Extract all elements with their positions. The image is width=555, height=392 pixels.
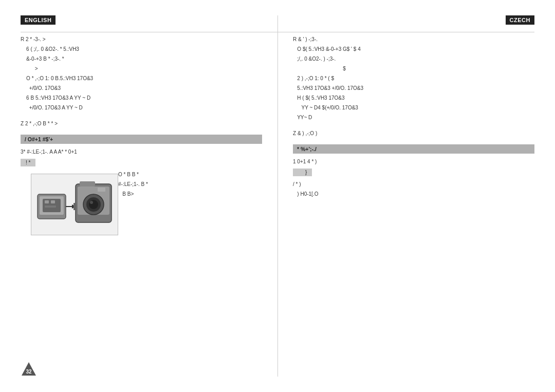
svg-point-12 — [89, 200, 98, 209]
right-line-7: H ( $( 5.:VH3 17O&3 — [293, 94, 534, 102]
page-triangle-svg: 32 — [21, 361, 37, 378]
right-column: R & ' ) -;3-. O $( 5.:VH3 &-0-+3 G$ ' $ … — [278, 35, 534, 392]
left-line-8: +/0/O. 17O&3 A YY ~ D — [21, 104, 262, 111]
right-line-4: $ — [293, 65, 534, 72]
left-line-2: 6 ( ;/,. 0 &O2-. * 5.:VH3 — [21, 45, 262, 53]
svg-rect-3 — [45, 200, 49, 203]
svg-text:32: 32 — [26, 369, 32, 375]
left-button-highlight: ! * — [21, 159, 35, 166]
left-section1-bar: / O#+1 #$'+ — [21, 135, 262, 144]
svg-rect-15 — [98, 188, 105, 192]
right-section1-detail: } / * ) ) H0-1[.O — [293, 169, 534, 198]
page-badge: 32 — [21, 361, 37, 378]
right-main-text: R & ' ) -;3-. O $( 5.:VH3 &-0-+3 G$ ' $ … — [293, 35, 534, 137]
right-line-1: R & ' ) -;3-. — [293, 35, 534, 43]
left-line-1: R 2 * -3-. > — [21, 35, 262, 43]
svg-rect-16 — [73, 203, 77, 210]
camera-image — [31, 174, 118, 235]
camera-svg — [33, 176, 116, 233]
right-line-3: ;/,. 0 &O2-. ) -;3-. — [293, 55, 534, 63]
czech-label: CZECH — [506, 15, 534, 25]
english-label: ENGLISH — [21, 15, 55, 25]
right-line-5: 2 ) ,-;O 1: 0 * ( $ — [293, 74, 534, 82]
left-section1-text: 3* #-:LE-;1-. A A A* * 0+1 — [21, 148, 262, 156]
left-detail-text: O * B B * #-:LE-;1-. B * B B> — [118, 171, 148, 200]
right-button-highlight: } — [293, 169, 312, 176]
left-column: R 2 * -3-. > 6 ( ;/,. 0 &O2-. * 5.:VH3 &… — [21, 35, 278, 392]
left-section1-detail: ! * — [21, 159, 262, 240]
svg-rect-4 — [51, 200, 55, 203]
svg-rect-14 — [80, 181, 95, 186]
right-line-8: YY ~ D4 $(+/0/O. 17O&3 — [293, 104, 534, 111]
svg-rect-5 — [45, 206, 56, 208]
columns: R 2 * -3-. > 6 ( ;/,. 0 &O2-. * 5.:VH3 &… — [21, 35, 534, 392]
left-line-3: &-0-+3 B * -;3-. * — [21, 55, 262, 63]
left-line-10: Z 2 * ,-;O B * * > — [21, 120, 262, 127]
left-line-4: > — [21, 65, 262, 72]
left-image-text-block: O * B B * #-:LE-;1-. B * B B> — [21, 169, 262, 240]
right-section1-text: 1 0+1 4 * ) — [293, 158, 534, 165]
right-line-2: O $( 5.:VH3 &-0-+3 G$ ' $ 4 — [293, 45, 534, 53]
right-section1-bar: * %+';-./ — [293, 144, 534, 154]
left-main-text: R 2 * -3-. > 6 ( ;/,. 0 &O2-. * 5.:VH3 &… — [21, 35, 262, 127]
left-line-6: +/0/O. 17O&3 — [21, 84, 262, 92]
left-line-7: 6 B 5.:VH3 17O&3 A YY ~ D — [21, 94, 262, 102]
left-line-5: O * ,-;O 1: 0 B.5.:VH3 17O&3 — [21, 74, 262, 82]
svg-point-13 — [90, 201, 93, 204]
page-number-area: 32 — [21, 361, 37, 378]
right-line-6: 5.:VH3 17O&3 +/0/O. 17O&3 — [293, 84, 534, 92]
page-container: ENGLISH CZECH R 2 * -3-. > 6 ( ;/,. 0 &O… — [0, 0, 555, 392]
right-line-11: Z & ) ,-;O ) — [293, 129, 534, 137]
right-line-9: YY~ D — [293, 114, 534, 121]
